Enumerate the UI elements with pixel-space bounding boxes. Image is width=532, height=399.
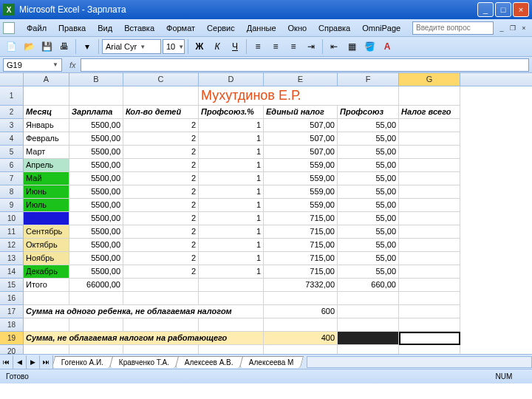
sheet-tab[interactable]: Кравченко Т.А.	[109, 356, 179, 368]
cell[interactable]: 55,00	[338, 172, 399, 185]
cell[interactable]	[399, 199, 460, 212]
col-header-b[interactable]: B	[69, 73, 123, 86]
month-cell[interactable]: Июнь	[24, 185, 69, 199]
row-header[interactable]: 15	[0, 279, 24, 292]
cell[interactable]: 559,00	[264, 185, 338, 199]
cell[interactable]: 507,00	[264, 146, 338, 159]
toolbar-options-icon[interactable]: ▾	[79, 38, 95, 55]
sheet-tab[interactable]: Алексеев А.В.	[175, 356, 243, 368]
note-cell[interactable]: Сумма на одного ребенка, не облагаемая н…	[24, 305, 264, 318]
cell[interactable]: 1	[199, 185, 264, 199]
month-cell[interactable]: Сентябрь	[24, 225, 69, 239]
row-header[interactable]: 1	[0, 86, 24, 106]
menu-help[interactable]: Справка	[313, 22, 356, 34]
cells-grid[interactable]: Мухутдинов Е.Р.МесяцЗарплатаКол-во детей…	[24, 86, 532, 369]
row-header[interactable]: 18	[0, 318, 24, 332]
cell[interactable]: 1	[199, 159, 264, 172]
cell[interactable]: 715,00	[264, 265, 338, 279]
doc-restore-button[interactable]: ❐	[508, 23, 518, 33]
col-header-c[interactable]: C	[123, 73, 199, 86]
cell[interactable]	[69, 86, 123, 106]
borders-icon[interactable]: ▦	[344, 38, 360, 55]
new-icon[interactable]: 📄	[3, 38, 19, 55]
cell[interactable]: 2	[123, 212, 199, 225]
cell[interactable]	[24, 318, 69, 332]
cell[interactable]: 55,00	[338, 159, 399, 172]
bold-icon[interactable]: Ж	[191, 38, 208, 55]
cell[interactable]: 559,00	[264, 172, 338, 185]
cell[interactable]: 1	[199, 132, 264, 146]
cell[interactable]	[199, 279, 264, 292]
cell[interactable]	[264, 292, 338, 305]
menu-data[interactable]: Данные	[241, 22, 282, 34]
cell[interactable]	[338, 292, 399, 305]
menu-tools[interactable]: Сервис	[201, 22, 241, 34]
cell[interactable]	[399, 146, 460, 159]
cell[interactable]: 1	[199, 199, 264, 212]
minimize-button[interactable]: _	[477, 2, 494, 17]
col-header-a[interactable]: A	[24, 73, 69, 86]
row-header[interactable]: 3	[0, 119, 24, 132]
maximize-button[interactable]: □	[495, 2, 511, 17]
cell[interactable]: 715,00	[264, 225, 338, 239]
sheet-tab[interactable]: Гогенко А.И.	[52, 356, 113, 368]
cell[interactable]: 2	[123, 185, 199, 199]
month-cell[interactable]: Июль	[24, 199, 69, 212]
cell[interactable]: 7332,00	[264, 279, 338, 292]
cell[interactable]: 715,00	[264, 252, 338, 265]
align-center-icon[interactable]: ≡	[267, 38, 284, 55]
cell[interactable]: 1	[199, 252, 264, 265]
cell[interactable]	[399, 225, 460, 239]
cell[interactable]: 600	[264, 305, 338, 318]
header-cell[interactable]: Налог всего	[399, 106, 460, 119]
cell[interactable]: 5500,00	[69, 239, 123, 252]
sheet-tab[interactable]: Алексеева М	[239, 356, 304, 368]
cell[interactable]	[264, 318, 338, 332]
open-icon[interactable]: 📂	[21, 38, 37, 55]
cell[interactable]	[24, 292, 69, 305]
cell[interactable]	[338, 305, 399, 318]
cell[interactable]: 5500,00	[69, 185, 123, 199]
cell[interactable]	[399, 212, 460, 225]
font-size-selector[interactable]: 10 ▼	[163, 39, 185, 54]
name-box[interactable]: G19 ▼	[3, 58, 62, 72]
row-header[interactable]: 14	[0, 265, 24, 279]
row-header[interactable]: 12	[0, 239, 24, 252]
menu-window[interactable]: Окно	[282, 22, 313, 34]
font-name-selector[interactable]: Arial Cyr ▼	[102, 39, 161, 54]
row-header[interactable]: 8	[0, 185, 24, 199]
cell[interactable]	[123, 86, 199, 106]
cell[interactable]: 55,00	[338, 132, 399, 146]
month-cell[interactable]: Август	[24, 212, 69, 225]
cell[interactable]: 2	[123, 132, 199, 146]
row-header[interactable]: 13	[0, 252, 24, 265]
indent-icon[interactable]: ⇤	[326, 38, 342, 55]
cell[interactable]: 55,00	[338, 199, 399, 212]
cell[interactable]: 2	[123, 159, 199, 172]
cell[interactable]: 66000,00	[69, 279, 123, 292]
print-icon[interactable]: 🖶	[56, 38, 72, 55]
cell[interactable]	[399, 86, 460, 106]
cell[interactable]: 1	[199, 239, 264, 252]
col-header-g[interactable]: G	[399, 73, 460, 86]
cell[interactable]: 400	[264, 332, 338, 345]
menu-omnipage[interactable]: OmniPage	[356, 22, 406, 34]
cell[interactable]: 5500,00	[69, 252, 123, 265]
cell[interactable]	[123, 292, 199, 305]
cell[interactable]	[399, 318, 460, 332]
month-cell[interactable]: Март	[24, 146, 69, 159]
cell[interactable]: 715,00	[264, 239, 338, 252]
cell[interactable]: 1	[199, 172, 264, 185]
month-cell[interactable]: Апрель	[24, 159, 69, 172]
cell[interactable]	[399, 252, 460, 265]
row-header[interactable]: 19	[0, 332, 24, 345]
cell[interactable]: 5500,00	[69, 119, 123, 132]
row-header[interactable]: 16	[0, 292, 24, 305]
cell[interactable]: 2	[123, 239, 199, 252]
active-cell[interactable]	[399, 332, 460, 345]
italic-icon[interactable]: К	[209, 38, 225, 55]
cell[interactable]: 5500,00	[69, 172, 123, 185]
header-cell[interactable]: Единый налог	[264, 106, 338, 119]
cell[interactable]	[399, 159, 460, 172]
month-cell[interactable]: Ноябрь	[24, 252, 69, 265]
